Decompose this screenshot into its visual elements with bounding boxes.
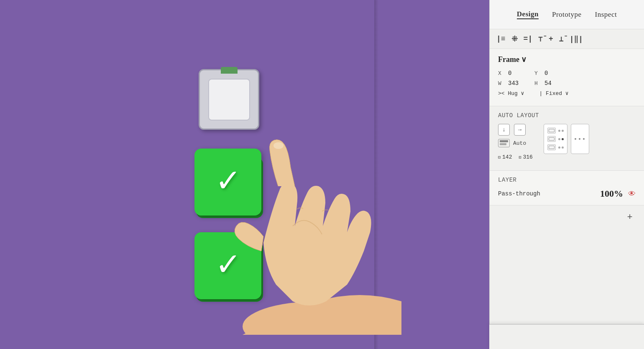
tab-design[interactable]: Design bbox=[517, 10, 539, 19]
align-right-icon[interactable]: =| bbox=[524, 35, 533, 43]
bottom-panel bbox=[489, 324, 644, 349]
fill-row: + bbox=[498, 211, 636, 223]
svg-rect-3 bbox=[500, 143, 506, 145]
add-fill-button[interactable]: + bbox=[624, 211, 636, 223]
al-dims: ⊡ 142 ⊡ 316 bbox=[498, 154, 533, 160]
dim1-value[interactable]: 142 bbox=[502, 154, 512, 160]
align-center-h-icon[interactable]: ⁜ bbox=[511, 34, 518, 44]
frame-section: Frame ∨ X 0 Y 0 W 343 H 54 >< Hug ∨ | Fi… bbox=[490, 49, 644, 106]
design-panel: Design Prototype Inspect |≡ ⁜ =| ⊤̄ + ⊥̄… bbox=[489, 0, 644, 349]
w-label: W bbox=[498, 80, 505, 87]
distribute-icon[interactable]: |‖| bbox=[570, 34, 583, 44]
constraint-v[interactable]: | Fixed ∨ bbox=[539, 90, 568, 97]
tab-inspect[interactable]: Inspect bbox=[595, 10, 617, 19]
layout-stack-icon[interactable] bbox=[498, 139, 510, 147]
align-top-icon[interactable]: ⊤̄ bbox=[538, 34, 543, 44]
align-bottom-icon[interactable]: ⊥̄ bbox=[559, 34, 564, 44]
frame-xy-row: X 0 Y 0 bbox=[498, 70, 636, 77]
y-label: Y bbox=[534, 70, 541, 77]
x-label: X bbox=[498, 70, 505, 77]
layer-section: Layer Pass-through 100% 👁 bbox=[490, 171, 644, 205]
h-label: H bbox=[534, 80, 541, 87]
autolayout-section: Auto Layout ↓ → Auto bbox=[490, 106, 644, 171]
frame-wh-row: W 343 H 54 bbox=[498, 80, 636, 87]
frame-title: Frame ∨ bbox=[498, 55, 636, 64]
layer-opacity[interactable]: 100% bbox=[600, 188, 623, 199]
layer-mode[interactable]: Pass-through bbox=[498, 190, 595, 197]
h-value[interactable]: 54 bbox=[544, 80, 567, 87]
autolayout-title: Auto Layout bbox=[498, 112, 636, 119]
x-value[interactable]: 0 bbox=[508, 70, 531, 77]
panel-tabs: Design Prototype Inspect bbox=[490, 0, 644, 29]
tab-prototype[interactable]: Prototype bbox=[552, 10, 582, 19]
auto-label[interactable]: Auto bbox=[513, 140, 526, 146]
svg-point-1 bbox=[273, 142, 284, 149]
hand-illustration bbox=[117, 84, 410, 335]
w-value[interactable]: 343 bbox=[508, 80, 531, 87]
align-left-icon[interactable]: |≡ bbox=[496, 35, 506, 43]
frame-constraint-row: >< Hug ∨ | Fixed ∨ bbox=[498, 90, 636, 97]
dim2-value[interactable]: 316 bbox=[523, 154, 532, 160]
layer-title: Layer bbox=[498, 177, 636, 183]
align-center-v-icon[interactable]: + bbox=[549, 35, 553, 43]
layout-dir-down[interactable]: ↓ bbox=[498, 124, 510, 136]
visibility-icon[interactable]: 👁 bbox=[628, 190, 636, 198]
constraint-h[interactable]: >< Hug ∨ bbox=[498, 90, 524, 97]
layer-row: Pass-through 100% 👁 bbox=[498, 188, 636, 199]
layout-dir-right[interactable]: → bbox=[514, 124, 526, 136]
svg-rect-2 bbox=[500, 140, 508, 142]
dim2-item: ⊡ 316 bbox=[519, 154, 532, 160]
align-toolbar: |≡ ⁜ =| ⊤̄ + ⊥̄ |‖| bbox=[490, 29, 644, 49]
y-value[interactable]: 0 bbox=[544, 70, 567, 77]
dim1-item: ⊡ 142 bbox=[498, 154, 512, 160]
